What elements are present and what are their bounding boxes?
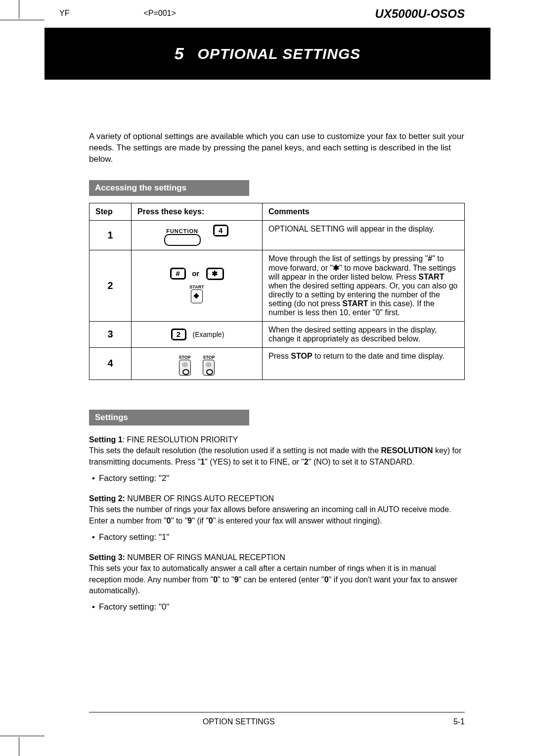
setting-body: This sets the default resolution (the re… [89, 446, 461, 466]
col-comments: Comments [263, 203, 465, 220]
setting-name: : FINE RESOLUTION PRIORITY [123, 435, 238, 444]
stop-key-icon [203, 360, 215, 376]
table-row: 2 # or ✱ START Move through the list of … [89, 250, 465, 321]
setting-title: Setting 2: [89, 494, 125, 503]
step-comment: Press STOP to return to the date and tim… [263, 347, 465, 379]
setting-block: Setting 1: FINE RESOLUTION PRIORITY This… [89, 434, 465, 484]
table-row: 1 FUNCTION 4 OPTIONAL SETTING will appea… [89, 220, 465, 250]
example-text: (Example) [193, 331, 224, 338]
step-keys: # or ✱ START [132, 250, 263, 321]
stop-key-label: STOP [203, 355, 215, 360]
setting-body: This sets your fax to automatically answ… [89, 564, 457, 595]
page-footer: OPTION SETTINGS 5-1 [89, 712, 465, 726]
stop-key-icon [179, 360, 191, 376]
factory-setting: Factory setting: "1" [92, 531, 465, 543]
chapter-number: 5 [175, 44, 184, 63]
table-row: 4 STOP STOP Press STOP to return to the … [89, 347, 465, 379]
col-step: Step [89, 203, 132, 220]
factory-setting: Factory setting: "2" [92, 472, 465, 484]
step-keys: FUNCTION 4 [132, 220, 263, 250]
function-key-label: FUNCTION [166, 228, 198, 234]
section-heading-settings: Settings [89, 410, 249, 425]
step-number: 4 [89, 347, 132, 379]
setting-name: NUMBER OF RINGS MANUAL RECEPTION [125, 553, 285, 562]
section-heading-accessing: Accessing the settings [89, 180, 249, 196]
crop-mark [0, 736, 44, 736]
digit-key: 4 [213, 225, 228, 236]
function-key-icon [164, 234, 201, 246]
digit-key: 2 [171, 329, 186, 340]
step-comment: When the desired setting appears in the … [263, 321, 465, 347]
setting-body: This sets the number of rings your fax a… [89, 505, 451, 524]
step-keys: 2 (Example) [132, 321, 263, 347]
setting-name: NUMBER OF RINGS AUTO RECEPTION [125, 494, 274, 503]
factory-setting: Factory setting: "0" [92, 601, 465, 613]
or-text: or [192, 269, 199, 278]
content-area: A variety of optional settings are avail… [89, 114, 465, 622]
chapter-title: OPTIONAL SETTINGS [198, 46, 361, 62]
step-keys: STOP STOP [132, 347, 263, 379]
stop-key-label: STOP [178, 355, 190, 360]
meta-page-id: <P=001> [143, 9, 176, 18]
steps-table: Step Press these keys: Comments 1 FUNCTI… [89, 203, 465, 380]
footer-title: OPTION SETTINGS [203, 717, 275, 726]
table-row: 3 2 (Example) When the desired setting a… [89, 321, 465, 347]
step-comment: Move through the list of settings by pre… [263, 250, 465, 321]
page: YF <P=001> UX5000U-OSOS 5 OPTIONAL SETTI… [0, 0, 534, 756]
setting-block: Setting 3: NUMBER OF RINGS MANUAL RECEPT… [89, 552, 465, 613]
hash-key: # [170, 268, 185, 279]
meta-code: YF [59, 9, 69, 18]
star-key: ✱ [206, 268, 223, 280]
setting-title: Setting 3: [89, 553, 125, 562]
step-number: 1 [89, 220, 132, 250]
step-comment: OPTIONAL SETTING will appear in the disp… [263, 220, 465, 250]
start-key-label: START [189, 284, 204, 289]
setting-title: Setting 1 [89, 435, 123, 444]
intro-paragraph: A variety of optional settings are avail… [89, 131, 465, 165]
step-number: 3 [89, 321, 132, 347]
setting-block: Setting 2: NUMBER OF RINGS AUTO RECEPTIO… [89, 493, 465, 543]
footer-page-number: 5-1 [453, 717, 465, 726]
model-number: UX5000U-OSOS [375, 7, 465, 21]
col-keys: Press these keys: [132, 203, 263, 220]
crop-mark [19, 737, 19, 756]
chapter-heading: 5 OPTIONAL SETTINGS [44, 28, 490, 80]
start-key-icon [191, 289, 203, 303]
step-number: 2 [89, 250, 132, 321]
crop-mark [0, 20, 44, 20]
